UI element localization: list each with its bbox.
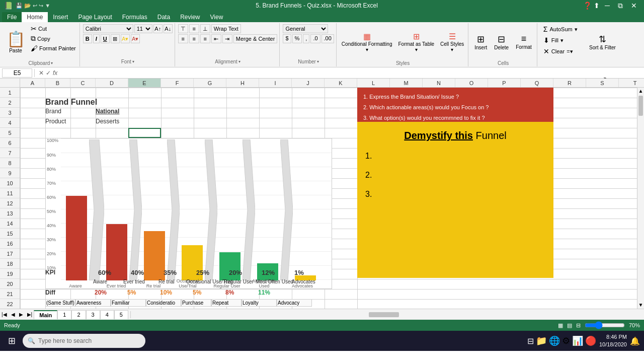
cut-button[interactable]: ✂ Cut xyxy=(29,24,77,33)
sheet-tab-1[interactable]: 1 xyxy=(57,310,71,319)
prev-sheet-button[interactable]: ◀ xyxy=(10,311,17,318)
row-header-8[interactable]: 8 xyxy=(0,158,20,168)
tab-insert[interactable]: Insert xyxy=(48,12,73,22)
fill-color-button[interactable]: A▾ xyxy=(121,34,130,43)
horizontal-scrollbar[interactable] xyxy=(130,311,637,318)
currency-button[interactable]: $ xyxy=(283,34,291,43)
notification-icon[interactable]: 🔔 xyxy=(630,336,640,346)
row-header-14[interactable]: 14 xyxy=(0,219,20,229)
sort-filter-button[interactable]: ⇅ Sort & Filter xyxy=(585,24,620,59)
row-header-6[interactable]: 6 xyxy=(0,138,20,148)
row-header-2[interactable]: 2 xyxy=(0,98,20,108)
underline-button[interactable]: U xyxy=(101,34,110,43)
sheet-tab-2[interactable]: 2 xyxy=(71,310,86,319)
row-header-21[interactable]: 21 xyxy=(0,289,20,299)
taskview-button[interactable]: ⊟ xyxy=(527,336,534,346)
format-cells-button[interactable]: ≡ Format xyxy=(513,24,535,59)
font-increase-button[interactable]: A↑ xyxy=(153,24,163,33)
scroll-up-button[interactable]: ▲ xyxy=(637,88,644,95)
vertical-scroll-thumb[interactable] xyxy=(638,96,643,116)
font-color-button[interactable]: A▾ xyxy=(131,34,140,43)
row-header-7[interactable]: 7 xyxy=(0,148,20,158)
scroll-down-button[interactable]: ▼ xyxy=(637,302,644,309)
percent-button[interactable]: % xyxy=(292,34,302,43)
row-header-1[interactable]: 1 xyxy=(0,88,20,98)
ribbon-toggle[interactable]: ⬆ xyxy=(594,2,600,10)
bold-button[interactable]: B xyxy=(83,34,92,43)
col-header-t[interactable]: T xyxy=(619,79,644,87)
sheet-tab-5[interactable]: 5 xyxy=(114,310,128,319)
wrap-text-button[interactable]: Wrap Text xyxy=(211,24,241,33)
align-bottom-button[interactable]: ⊥ xyxy=(200,24,210,33)
decrease-decimal-button[interactable]: .0 xyxy=(310,34,320,43)
taskbar-search[interactable]: 🔍 Type here to search xyxy=(23,334,145,348)
next-sheet-button[interactable]: ▶ xyxy=(18,311,25,318)
row-header-19[interactable]: 19 xyxy=(0,269,20,279)
tab-file[interactable]: File xyxy=(2,12,22,22)
col-header-e[interactable]: E xyxy=(128,79,161,87)
conditional-formatting-button[interactable]: ▦ Conditional Formatting ▾ xyxy=(340,24,394,59)
italic-button[interactable]: I xyxy=(93,34,100,43)
paste-button[interactable]: 📋 Paste xyxy=(4,24,27,59)
file-explorer-icon[interactable]: 📁 xyxy=(536,335,547,346)
tab-home[interactable]: Home xyxy=(22,12,48,22)
chrome-icon[interactable]: ⚙ xyxy=(562,335,570,346)
clipboard-label[interactable]: Clipboard ▾ xyxy=(4,59,77,67)
row-header-12[interactable]: 12 xyxy=(0,198,20,208)
font-size-select[interactable]: 11 xyxy=(134,24,152,33)
edge-icon[interactable]: 🌐 xyxy=(549,335,560,346)
row-header-15[interactable]: 15 xyxy=(0,229,20,239)
col-header-g[interactable]: G xyxy=(194,79,226,87)
format-painter-button[interactable]: 🖌 Format Painter xyxy=(29,44,77,53)
sheet-tab-main[interactable]: Main xyxy=(34,310,57,319)
row-header-22[interactable]: 22 xyxy=(0,299,20,309)
sheet-tab-4[interactable]: 4 xyxy=(100,310,114,319)
zoom-slider[interactable] xyxy=(585,321,625,329)
col-header-m[interactable]: M xyxy=(390,79,423,87)
align-middle-button[interactable]: ≡ xyxy=(189,24,199,33)
maximize-button[interactable]: ⧉ xyxy=(615,2,626,10)
col-header-o[interactable]: O xyxy=(455,79,488,87)
col-header-a[interactable]: A xyxy=(20,79,45,87)
col-header-b[interactable]: B xyxy=(45,79,70,87)
row-header-10[interactable]: 10 xyxy=(0,178,20,188)
col-header-r[interactable]: R xyxy=(553,79,586,87)
increase-decimal-button[interactable]: .00 xyxy=(321,34,334,43)
col-header-c[interactable]: C xyxy=(70,79,96,87)
font-decrease-button[interactable]: A↓ xyxy=(164,24,173,33)
format-as-table-button[interactable]: ⊞ Format as Table ▾ xyxy=(396,24,436,59)
col-header-d[interactable]: D xyxy=(96,79,128,87)
view-page-break-icon[interactable]: ⊟ xyxy=(576,322,581,329)
col-header-f[interactable]: F xyxy=(161,79,194,87)
row-header-4[interactable]: 4 xyxy=(0,118,20,128)
confirm-formula-icon[interactable]: ✓ xyxy=(46,69,51,77)
fill-button[interactable]: ⬇ Fill ▾ xyxy=(540,35,581,45)
col-header-l[interactable]: L xyxy=(357,79,390,87)
first-sheet-button[interactable]: |◀ xyxy=(0,311,9,318)
comma-button[interactable]: , xyxy=(303,34,309,43)
excel-icon[interactable]: 📊 xyxy=(572,335,583,346)
tab-page-layout[interactable]: Page Layout xyxy=(73,12,117,22)
col-header-k[interactable]: K xyxy=(325,79,357,87)
merge-center-button[interactable]: Merge & Center xyxy=(233,34,278,43)
vertical-scrollbar[interactable]: ▲ ▼ xyxy=(637,88,644,309)
row-header-3[interactable]: 3 xyxy=(0,108,20,118)
font-label[interactable]: Font ▾ xyxy=(83,58,173,65)
col-header-s[interactable]: S xyxy=(586,79,619,87)
alignment-label[interactable]: Alignment ▾ xyxy=(178,58,278,65)
align-top-button[interactable]: ⊤ xyxy=(178,24,188,33)
red-app-icon[interactable]: 🔴 xyxy=(585,335,596,346)
help-icon[interactable]: ❓ xyxy=(583,2,592,10)
clear-button[interactable]: ✕ Clear =▾ xyxy=(540,46,581,56)
tab-data[interactable]: Data xyxy=(152,12,175,22)
align-left-button[interactable]: ≡ xyxy=(178,34,188,43)
border-button[interactable]: ⊞ xyxy=(111,34,120,43)
row-header-13[interactable]: 13 xyxy=(0,208,20,219)
row-header-11[interactable]: 11 xyxy=(0,188,20,198)
col-header-q[interactable]: Q xyxy=(521,79,553,87)
row-header-5[interactable]: 5 xyxy=(0,128,20,138)
row-header-18[interactable]: 18 xyxy=(0,259,20,269)
row-header-20[interactable]: 20 xyxy=(0,279,20,289)
row-header-16[interactable]: 16 xyxy=(0,239,20,249)
insert-function-icon[interactable]: fx xyxy=(53,69,57,77)
